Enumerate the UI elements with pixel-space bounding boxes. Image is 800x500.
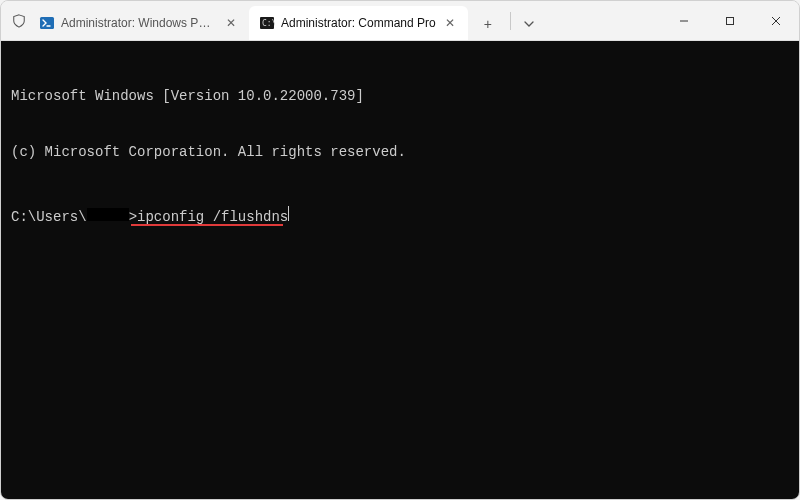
titlebar: Administrator: Windows Powe ✕ C:\ Admini… [1,1,799,41]
tab-strip: Administrator: Windows Powe ✕ C:\ Admini… [29,1,541,40]
terminal-header-line: Microsoft Windows [Version 10.0.22000.73… [11,87,789,106]
tab-dropdown-button[interactable] [517,8,541,40]
tab-label: Administrator: Windows Powe [61,16,217,30]
plus-icon: + [484,16,492,32]
titlebar-drag-area[interactable] [541,1,661,40]
new-tab-button[interactable]: + [472,8,504,40]
redacted-username [87,208,129,221]
divider [510,12,511,30]
close-button[interactable] [753,1,799,40]
uac-shield-icon [1,1,29,40]
close-icon [771,16,781,26]
tab-label: Administrator: Command Pro [281,16,436,30]
prompt-path-prefix: C:\Users\ [11,208,87,227]
annotation-underline [131,224,283,226]
window-controls [661,1,799,40]
terminal-header-line: (c) Microsoft Corporation. All rights re… [11,143,789,162]
cmd-icon: C:\ [259,15,275,31]
close-icon[interactable]: ✕ [223,15,239,31]
svg-text:C:\: C:\ [262,19,275,28]
terminal-pane[interactable]: Microsoft Windows [Version 10.0.22000.73… [1,41,799,499]
svg-rect-0 [40,17,54,29]
tab-cmd[interactable]: C:\ Administrator: Command Pro ✕ [249,6,468,40]
minimize-button[interactable] [661,1,707,40]
minimize-icon [679,16,689,26]
chevron-down-icon [524,19,534,29]
powershell-icon [39,15,55,31]
maximize-icon [725,16,735,26]
tab-powershell[interactable]: Administrator: Windows Powe ✕ [29,6,249,40]
close-icon[interactable]: ✕ [442,15,458,31]
svg-rect-5 [727,17,734,24]
maximize-button[interactable] [707,1,753,40]
terminal-prompt-line: C:\Users\>ipconfig /flushdns [11,206,789,227]
text-cursor [288,206,289,221]
